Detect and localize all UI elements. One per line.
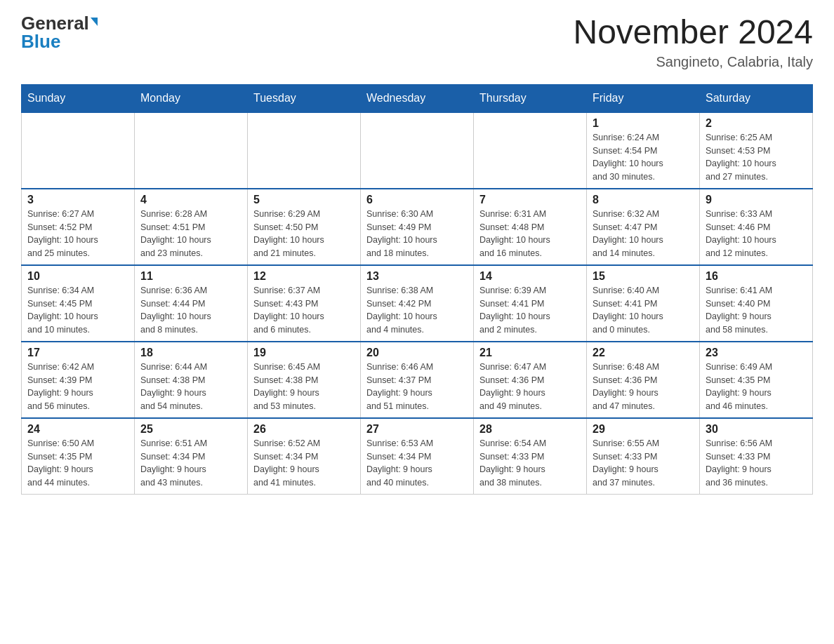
day-cell: 30Sunrise: 6:56 AMSunset: 4:33 PMDayligh… [700, 418, 813, 495]
day-number: 4 [140, 194, 241, 206]
day-cell: 14Sunrise: 6:39 AMSunset: 4:41 PMDayligh… [474, 265, 587, 342]
day-info: Sunrise: 6:33 AMSunset: 4:46 PMDaylight:… [706, 208, 807, 260]
day-number: 18 [140, 347, 241, 359]
day-number: 21 [479, 347, 581, 359]
day-cell [361, 112, 474, 189]
day-info: Sunrise: 6:25 AMSunset: 4:53 PMDaylight:… [706, 131, 807, 184]
day-number: 8 [593, 194, 694, 206]
day-cell: 24Sunrise: 6:50 AMSunset: 4:35 PMDayligh… [22, 418, 135, 495]
day-number: 30 [706, 423, 807, 436]
day-number: 11 [140, 270, 241, 283]
day-cell: 25Sunrise: 6:51 AMSunset: 4:34 PMDayligh… [135, 418, 248, 495]
day-cell: 2Sunrise: 6:25 AMSunset: 4:53 PMDaylight… [700, 112, 813, 189]
title-block: November 2024 Sangineto, Calabria, Italy [573, 14, 813, 70]
day-info: Sunrise: 6:48 AMSunset: 4:36 PMDaylight:… [593, 361, 694, 413]
weekday-header-sunday: Sunday [22, 84, 135, 112]
day-cell: 3Sunrise: 6:27 AMSunset: 4:52 PMDaylight… [22, 189, 135, 265]
day-info: Sunrise: 6:28 AMSunset: 4:51 PMDaylight:… [140, 208, 241, 260]
day-number: 22 [593, 347, 694, 359]
day-cell: 23Sunrise: 6:49 AMSunset: 4:35 PMDayligh… [700, 342, 813, 418]
day-cell [22, 112, 135, 189]
calendar-body: 1Sunrise: 6:24 AMSunset: 4:54 PMDaylight… [22, 112, 813, 495]
day-info: Sunrise: 6:50 AMSunset: 4:35 PMDaylight:… [27, 437, 128, 490]
day-info: Sunrise: 6:44 AMSunset: 4:38 PMDaylight:… [140, 361, 241, 413]
day-cell: 19Sunrise: 6:45 AMSunset: 4:38 PMDayligh… [248, 342, 361, 418]
day-number: 25 [140, 423, 241, 436]
day-info: Sunrise: 6:49 AMSunset: 4:35 PMDaylight:… [706, 361, 807, 413]
day-cell: 28Sunrise: 6:54 AMSunset: 4:33 PMDayligh… [474, 418, 587, 495]
calendar-subtitle: Sangineto, Calabria, Italy [573, 54, 813, 70]
day-number: 29 [593, 423, 694, 436]
day-number: 15 [593, 270, 694, 283]
day-cell: 16Sunrise: 6:41 AMSunset: 4:40 PMDayligh… [700, 265, 813, 342]
day-number: 12 [253, 270, 355, 283]
day-cell: 10Sunrise: 6:34 AMSunset: 4:45 PMDayligh… [22, 265, 135, 342]
day-cell: 6Sunrise: 6:30 AMSunset: 4:49 PMDaylight… [361, 189, 474, 265]
calendar-title: November 2024 [573, 14, 813, 51]
day-info: Sunrise: 6:53 AMSunset: 4:34 PMDaylight:… [366, 437, 468, 490]
day-info: Sunrise: 6:41 AMSunset: 4:40 PMDaylight:… [706, 284, 807, 337]
week-row-4: 17Sunrise: 6:42 AMSunset: 4:39 PMDayligh… [22, 342, 813, 418]
day-cell: 8Sunrise: 6:32 AMSunset: 4:47 PMDaylight… [587, 189, 700, 265]
day-cell: 17Sunrise: 6:42 AMSunset: 4:39 PMDayligh… [22, 342, 135, 418]
weekday-header-thursday: Thursday [474, 84, 587, 112]
week-row-3: 10Sunrise: 6:34 AMSunset: 4:45 PMDayligh… [22, 265, 813, 342]
weekday-header-wednesday: Wednesday [361, 84, 474, 112]
day-info: Sunrise: 6:36 AMSunset: 4:44 PMDaylight:… [140, 284, 241, 337]
day-cell: 22Sunrise: 6:48 AMSunset: 4:36 PMDayligh… [587, 342, 700, 418]
day-number: 20 [366, 347, 468, 359]
day-info: Sunrise: 6:47 AMSunset: 4:36 PMDaylight:… [479, 361, 581, 413]
day-info: Sunrise: 6:34 AMSunset: 4:45 PMDaylight:… [27, 284, 128, 337]
logo: General Blue [21, 14, 98, 51]
day-cell: 26Sunrise: 6:52 AMSunset: 4:34 PMDayligh… [248, 418, 361, 495]
day-number: 16 [706, 270, 807, 283]
day-info: Sunrise: 6:52 AMSunset: 4:34 PMDaylight:… [253, 437, 355, 490]
day-info: Sunrise: 6:45 AMSunset: 4:38 PMDaylight:… [253, 361, 355, 413]
day-info: Sunrise: 6:32 AMSunset: 4:47 PMDaylight:… [593, 208, 694, 260]
week-row-2: 3Sunrise: 6:27 AMSunset: 4:52 PMDaylight… [22, 189, 813, 265]
day-cell: 12Sunrise: 6:37 AMSunset: 4:43 PMDayligh… [248, 265, 361, 342]
page-header: General Blue November 2024 Sangineto, Ca… [21, 14, 813, 70]
day-info: Sunrise: 6:38 AMSunset: 4:42 PMDaylight:… [366, 284, 468, 337]
day-cell: 9Sunrise: 6:33 AMSunset: 4:46 PMDaylight… [700, 189, 813, 265]
day-number: 24 [27, 423, 128, 436]
day-info: Sunrise: 6:42 AMSunset: 4:39 PMDaylight:… [27, 361, 128, 413]
day-number: 19 [253, 347, 355, 359]
week-row-5: 24Sunrise: 6:50 AMSunset: 4:35 PMDayligh… [22, 418, 813, 495]
day-cell [474, 112, 587, 189]
day-info: Sunrise: 6:56 AMSunset: 4:33 PMDaylight:… [706, 437, 807, 490]
day-cell: 4Sunrise: 6:28 AMSunset: 4:51 PMDaylight… [135, 189, 248, 265]
week-row-1: 1Sunrise: 6:24 AMSunset: 4:54 PMDaylight… [22, 112, 813, 189]
logo-blue: Blue [21, 31, 60, 52]
day-cell: 18Sunrise: 6:44 AMSunset: 4:38 PMDayligh… [135, 342, 248, 418]
day-cell [248, 112, 361, 189]
day-info: Sunrise: 6:54 AMSunset: 4:33 PMDaylight:… [479, 437, 581, 490]
day-cell: 21Sunrise: 6:47 AMSunset: 4:36 PMDayligh… [474, 342, 587, 418]
calendar-table: SundayMondayTuesdayWednesdayThursdayFrid… [21, 84, 813, 495]
day-info: Sunrise: 6:39 AMSunset: 4:41 PMDaylight:… [479, 284, 581, 337]
day-number: 26 [253, 423, 355, 436]
day-cell: 5Sunrise: 6:29 AMSunset: 4:50 PMDaylight… [248, 189, 361, 265]
day-info: Sunrise: 6:46 AMSunset: 4:37 PMDaylight:… [366, 361, 468, 413]
day-info: Sunrise: 6:37 AMSunset: 4:43 PMDaylight:… [253, 284, 355, 337]
weekday-header-saturday: Saturday [700, 84, 813, 112]
day-info: Sunrise: 6:27 AMSunset: 4:52 PMDaylight:… [27, 208, 128, 260]
day-cell [135, 112, 248, 189]
day-info: Sunrise: 6:30 AMSunset: 4:49 PMDaylight:… [366, 208, 468, 260]
day-cell: 13Sunrise: 6:38 AMSunset: 4:42 PMDayligh… [361, 265, 474, 342]
day-info: Sunrise: 6:31 AMSunset: 4:48 PMDaylight:… [479, 208, 581, 260]
day-cell: 27Sunrise: 6:53 AMSunset: 4:34 PMDayligh… [361, 418, 474, 495]
day-cell: 15Sunrise: 6:40 AMSunset: 4:41 PMDayligh… [587, 265, 700, 342]
day-number: 2 [706, 117, 807, 130]
day-number: 7 [479, 194, 581, 206]
day-number: 9 [706, 194, 807, 206]
day-cell: 29Sunrise: 6:55 AMSunset: 4:33 PMDayligh… [587, 418, 700, 495]
weekday-header-tuesday: Tuesday [248, 84, 361, 112]
day-number: 6 [366, 194, 468, 206]
calendar-header: SundayMondayTuesdayWednesdayThursdayFrid… [22, 84, 813, 112]
day-number: 17 [27, 347, 128, 359]
day-info: Sunrise: 6:24 AMSunset: 4:54 PMDaylight:… [593, 131, 694, 184]
day-number: 27 [366, 423, 468, 436]
day-number: 28 [479, 423, 581, 436]
day-cell: 20Sunrise: 6:46 AMSunset: 4:37 PMDayligh… [361, 342, 474, 418]
